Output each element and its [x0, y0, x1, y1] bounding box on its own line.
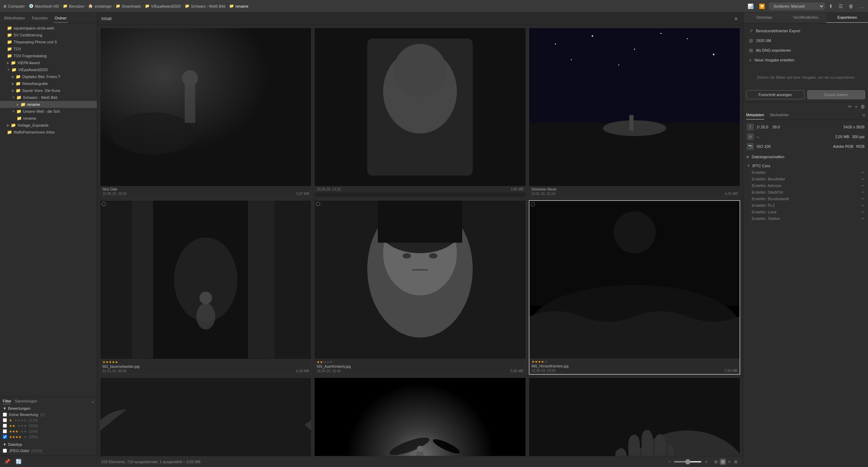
- tree-viepa2020[interactable]: ▼ 📁 VIEpaAward2020: [0, 66, 97, 73]
- trash-btn[interactable]: 🗑: [847, 3, 855, 10]
- export-item-new[interactable]: + Neue Vorgabe erstellen: [746, 55, 865, 65]
- breadcrumb-rename[interactable]: 📁 rename: [229, 4, 248, 8]
- content-options-btn[interactable]: ≡: [733, 15, 739, 22]
- tab-favoriten[interactable]: Favoriten: [31, 15, 49, 23]
- add-icon-btn[interactable]: +: [855, 104, 858, 109]
- export-hint: Ziehen Sie Bilder auf eine Vorgabe, um s…: [746, 70, 865, 85]
- tree-waffv[interactable]: 📁 WaffvPartnerInnen Infon: [0, 129, 97, 136]
- more-btn[interactable]: …: [858, 3, 865, 10]
- filter-checkbox-2star[interactable]: [3, 424, 7, 428]
- zoom-out-btn[interactable]: －: [667, 459, 672, 465]
- zoom-control: － ＋: [667, 459, 709, 465]
- filter-checkbox-1star[interactable]: [3, 418, 7, 422]
- sidebar: Bibliotheken Favoriten Ordner 📁 squaresp…: [0, 12, 97, 467]
- field-edit-btn-berufstitel[interactable]: ✏: [861, 177, 865, 181]
- tab-exportieren[interactable]: Exportieren: [826, 12, 868, 23]
- progress-btn[interactable]: Fortschritt anzeigen: [746, 90, 804, 99]
- pin-btn[interactable]: 📌: [3, 458, 11, 465]
- photo-cell-8[interactable]: [314, 377, 526, 456]
- zoom-in-btn[interactable]: ＋: [704, 459, 709, 465]
- field-edit-btn-ersteller[interactable]: ✏: [861, 170, 865, 175]
- export-start-btn[interactable]: Export starten: [807, 90, 866, 99]
- edit-icon-btn[interactable]: ✏: [848, 104, 852, 109]
- refresh-btn[interactable]: 🔄: [14, 458, 23, 465]
- meta-tab-metadaten[interactable]: Metadaten: [746, 111, 764, 120]
- filter-btn[interactable]: 🔽: [758, 3, 766, 10]
- meta-tab-stichwörter[interactable]: Stichwörter: [770, 111, 789, 120]
- svg-point-13: [634, 49, 635, 50]
- photo-date-6: 12.06.19, 23:35: [532, 369, 556, 373]
- tree-unsere[interactable]: ▼ 📁 Unsere Welt - die Sch: [0, 108, 97, 115]
- export-item-dng[interactable]: ⊞ Als DNG exportieren: [746, 45, 865, 55]
- view-grid2-btn[interactable]: ⊟: [720, 459, 726, 465]
- filter-checkbox-4star[interactable]: [3, 435, 7, 439]
- photo-cell-1[interactable]: Nick Dale 10.05.19, 15:42 5,87 MB: [100, 28, 311, 197]
- tab-ordner[interactable]: Ordner: [53, 15, 68, 23]
- tree-vorlage[interactable]: ▶ 📁 Vorlage_Expoante: [0, 122, 97, 129]
- export-item-benutzerdefiniert[interactable]: ↗ Benutzerdefinierter Export: [746, 26, 865, 36]
- filter-checkbox-keine[interactable]: [3, 413, 7, 417]
- meta-section-header-1[interactable]: ▶ Dateieigenschaften: [743, 153, 868, 160]
- field-edit-btn-telefon[interactable]: ✏: [861, 216, 865, 221]
- tree-reise[interactable]: ▶ 📁 Reisefotografie: [0, 80, 97, 87]
- tree-tuvfragen[interactable]: 📁 TÜV Fragenkatalog: [0, 52, 97, 59]
- filter-checkbox-jpeg[interactable]: [3, 449, 7, 453]
- photo-cell-6[interactable]: ★★★★ ★ 666_HönackKarsten.jpg 12.06.19, 2…: [529, 200, 740, 375]
- field-edit-btn-stadtort[interactable]: ✏: [861, 190, 865, 195]
- field-edit-btn-adresse[interactable]: ✏: [861, 184, 865, 188]
- tree-thepeeping[interactable]: 📁 Thepeeping Phone und S: [0, 39, 97, 45]
- view-options-btn[interactable]: ☰: [837, 3, 844, 10]
- sort-asc-btn[interactable]: ⬆: [827, 3, 834, 10]
- filter-checkbox-3star[interactable]: [3, 429, 7, 433]
- view-detail-btn[interactable]: ⊠: [733, 459, 739, 465]
- filter-1star: ★ ★★★★ (119): [3, 417, 94, 423]
- folder-icon: 📁: [7, 53, 12, 58]
- tree-digitales[interactable]: ▶ 📁 Digitales Bild. Freies T: [0, 73, 97, 80]
- view-grid-btn[interactable]: ⊞: [713, 459, 719, 465]
- breadcrumb-downloads[interactable]: 📁 Downloads: [116, 4, 141, 8]
- filter-tab-sammlungen[interactable]: Sammlungen: [15, 399, 37, 404]
- filter-tab-filter[interactable]: Filter: [3, 399, 11, 404]
- zoom-slider[interactable]: [674, 461, 702, 462]
- filter-options-icon[interactable]: ≡: [92, 400, 94, 404]
- svg-point-11: [555, 43, 556, 44]
- export-item-1920[interactable]: ⊞ 1920 SM: [746, 36, 865, 45]
- filter-dateityp-title[interactable]: ▼ Dateityp: [3, 442, 94, 447]
- tree-viepa[interactable]: ▶ 📁 VIEPA Award: [0, 59, 97, 66]
- section-arrow-icon-2: ▼: [747, 164, 750, 168]
- star-4empty: ★: [24, 435, 27, 439]
- sort-select[interactable]: Sortieren: Manuell Datum Name Bewertung: [769, 3, 825, 10]
- breadcrumb-computer[interactable]: 🖥 Computer: [3, 4, 25, 8]
- filter-bewertungen-title[interactable]: ▼ Bewertungen: [3, 406, 94, 410]
- meta-section-header-2[interactable]: ▼ IPTC Core: [743, 162, 868, 169]
- view-list-btn[interactable]: ≡: [727, 459, 732, 465]
- breadcrumb-sw[interactable]: 📁 Schwarz - Weiß Bild: [185, 4, 225, 8]
- field-edit-btn-bundesland[interactable]: ✏: [861, 197, 865, 201]
- export-1920-icon: ⊞: [749, 38, 753, 43]
- tree-squarespace[interactable]: 📁 squarespace-circle-welc: [0, 25, 97, 32]
- breadcrumb-viepa[interactable]: 📁 VIEpaAward2020: [145, 4, 181, 8]
- tree-rename-selected[interactable]: ▶ 📁 rename: [0, 101, 97, 108]
- photo-cell-2[interactable]: 18.06.20, 13:32 3,90 MB: [314, 28, 526, 197]
- breadcrumb-benutzer[interactable]: 📁 Benutzer: [63, 4, 84, 8]
- photo-cell-4[interactable]: ★★★★★ 562_bauersebastian.jpg 01.01.14, 0…: [100, 200, 311, 375]
- tree-rename2[interactable]: 📁 rename: [0, 115, 97, 122]
- tree-tuv[interactable]: 📁 TÜV: [0, 45, 97, 52]
- breadcrumb-user[interactable]: 🏠 ericberger: [88, 4, 112, 8]
- delete-icon-btn[interactable]: 🗑: [860, 104, 865, 109]
- photo-cell-5[interactable]: ★★ ★★★ 591_AuerKimberly.jpg 16.04.20, 16…: [314, 200, 526, 375]
- photo-cell-3[interactable]: Sebastian Bauer 13.01.18, 16:24 4,30 MB: [529, 28, 740, 197]
- field-edit-btn-plz[interactable]: ✏: [861, 203, 865, 208]
- field-edit-btn-land[interactable]: ✏: [861, 210, 865, 214]
- tree-schwarz[interactable]: ▼ 📁 Schwarz - Weiß Bild: [0, 94, 97, 101]
- tree-sv[interactable]: 📁 SV Certifizierung: [0, 32, 97, 39]
- meta-options-btn[interactable]: ≡: [862, 111, 865, 120]
- tab-vorschau[interactable]: Vorschau: [743, 12, 785, 23]
- photo-cell-9[interactable]: [529, 377, 740, 456]
- breadcrumb-hd[interactable]: 💿 Macintosh HD: [29, 4, 59, 8]
- photo-cell-7[interactable]: [100, 377, 311, 456]
- tree-savoir[interactable]: ▶ 📁 Savoir Vivre. Die Kuns: [0, 87, 97, 94]
- activity-btn[interactable]: 📊: [746, 3, 755, 10]
- tab-bibliotheken[interactable]: Bibliotheken: [3, 15, 26, 23]
- tab-veroeffentlichen[interactable]: Veröffentlichen: [785, 12, 827, 23]
